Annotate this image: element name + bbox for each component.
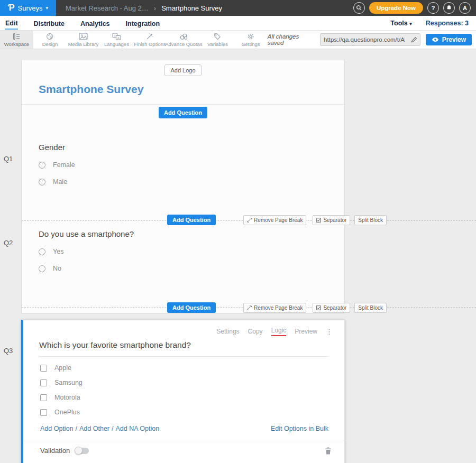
responses-count[interactable]: Responses: 3 bbox=[426, 20, 469, 27]
svg-text:x: x bbox=[114, 33, 116, 36]
kebab-menu-icon[interactable]: ⋮ bbox=[326, 328, 333, 336]
edit-options-in-bulk-link[interactable]: Edit Options in Bulk bbox=[271, 425, 328, 432]
survey-url-input[interactable] bbox=[321, 36, 408, 43]
toolbar-item-finish-options[interactable]: Finish Options bbox=[133, 31, 167, 49]
option-label[interactable]: No bbox=[53, 265, 61, 272]
question-preview-button[interactable]: Preview bbox=[295, 328, 317, 335]
breadcrumb-separator-icon: › bbox=[154, 4, 156, 12]
tools-menu[interactable]: Tools ▾ bbox=[390, 20, 411, 27]
question-settings-button[interactable]: Settings bbox=[216, 328, 239, 335]
preview-button[interactable]: Preview bbox=[426, 34, 472, 45]
tab-edit[interactable]: Edit bbox=[5, 17, 18, 30]
trash-icon bbox=[325, 447, 332, 455]
option-label[interactable]: Motorola bbox=[54, 394, 80, 401]
question-footer: Validation bbox=[23, 440, 344, 455]
section-tabs: Edit Distribute Analytics Integration To… bbox=[0, 16, 476, 30]
eye-icon bbox=[432, 37, 439, 42]
toolbar-item-design[interactable]: Design bbox=[33, 31, 67, 49]
split-block-button[interactable]: Split Block bbox=[354, 303, 387, 313]
question-block-q2: Do you use a smartphone? Yes No bbox=[22, 229, 344, 302]
option-label[interactable]: OnePlus bbox=[54, 409, 80, 416]
save-status: All changes saved bbox=[268, 33, 315, 46]
option-label[interactable]: Samsung bbox=[54, 379, 83, 386]
add-question-button[interactable]: Add Question bbox=[167, 302, 216, 313]
tab-distribute[interactable]: Distribute bbox=[34, 17, 65, 29]
upgrade-now-button[interactable]: Upgrade Now bbox=[369, 2, 423, 14]
answer-option-row: Yes bbox=[39, 248, 344, 255]
media-library-icon bbox=[79, 33, 88, 40]
toggle-knob bbox=[75, 447, 83, 455]
split-block-button[interactable]: Split Block bbox=[354, 215, 387, 225]
workspace-icon bbox=[12, 33, 21, 40]
question-card-q3-selected: Settings Copy Logic Preview ⋮ Which is y… bbox=[21, 320, 345, 463]
survey-editor-canvas: Q1 Q2 Q3 Add Logo Smartphone Survey Add … bbox=[0, 60, 476, 463]
radio-button[interactable] bbox=[39, 248, 45, 255]
checkbox[interactable] bbox=[40, 365, 47, 372]
app-logo[interactable]: Ƥ Surveys ▾ bbox=[0, 0, 56, 16]
chain-links-icon bbox=[179, 33, 188, 40]
account-avatar[interactable]: A bbox=[459, 2, 471, 14]
survey-title[interactable]: Smartphone Survey bbox=[39, 83, 344, 96]
question-text-q3[interactable]: Which is your favorite smartphone brand? bbox=[39, 340, 328, 357]
question-text-q2[interactable]: Do you use a smartphone? bbox=[39, 229, 344, 238]
broken-link-icon bbox=[247, 218, 252, 223]
option-label[interactable]: Yes bbox=[53, 248, 63, 255]
toolbar-item-languages[interactable]: xA Languages bbox=[100, 31, 133, 49]
checked-box-icon bbox=[316, 305, 321, 310]
chevron-down-icon: ▾ bbox=[409, 21, 412, 26]
checkbox[interactable] bbox=[40, 409, 47, 416]
edit-url-button[interactable] bbox=[408, 33, 420, 46]
question-text-q1[interactable]: Gender bbox=[39, 143, 344, 152]
question-logic-button[interactable]: Logic bbox=[271, 327, 287, 336]
survey-header: Add Logo Smartphone Survey bbox=[22, 60, 344, 105]
toolbar-item-advance-quotas[interactable]: Advance Quotas bbox=[167, 31, 201, 49]
question-copy-button[interactable]: Copy bbox=[248, 328, 263, 335]
option-label[interactable]: Female bbox=[53, 161, 75, 169]
toolbar-item-media-library[interactable]: Media Library bbox=[67, 31, 100, 49]
separator-button[interactable]: Separator bbox=[313, 303, 350, 313]
radio-button[interactable] bbox=[39, 162, 45, 169]
answer-option-row: Apple bbox=[40, 364, 344, 372]
gear-icon bbox=[246, 33, 255, 40]
add-other-link[interactable]: Add Other bbox=[79, 425, 109, 432]
add-option-link[interactable]: Add Option bbox=[40, 425, 74, 432]
tab-analytics[interactable]: Analytics bbox=[80, 17, 110, 29]
slash-separator: / bbox=[112, 425, 113, 432]
answer-option-row: No bbox=[39, 265, 344, 272]
search-button[interactable] bbox=[353, 2, 365, 14]
validation-label: Validation bbox=[40, 447, 70, 455]
answer-option-row: Samsung bbox=[40, 379, 344, 386]
checkbox[interactable] bbox=[40, 379, 47, 386]
breadcrumb: Market Research - Aug 2… › Smartphone Su… bbox=[66, 4, 222, 12]
toolbar-item-settings[interactable]: Settings bbox=[234, 31, 268, 49]
topnav-actions: Upgrade Now ? A bbox=[353, 2, 476, 14]
radio-button[interactable] bbox=[39, 179, 45, 186]
languages-icon: xA bbox=[112, 33, 121, 40]
breadcrumb-folder[interactable]: Market Research - Aug 2… bbox=[66, 4, 149, 12]
radio-button[interactable] bbox=[39, 265, 45, 272]
separator-button[interactable]: Separator bbox=[313, 215, 350, 225]
answer-option-row: Motorola bbox=[40, 394, 344, 401]
validation-toggle[interactable] bbox=[75, 448, 89, 454]
tab-integration[interactable]: Integration bbox=[126, 17, 160, 29]
checkbox[interactable] bbox=[40, 394, 47, 401]
avatar-letter: A bbox=[463, 5, 467, 11]
survey-card: Add Logo Smartphone Survey Add Question … bbox=[21, 60, 345, 313]
option-label[interactable]: Apple bbox=[54, 364, 71, 372]
help-button[interactable]: ? bbox=[427, 2, 439, 14]
option-label[interactable]: Male bbox=[53, 178, 67, 186]
svg-text:A: A bbox=[117, 36, 120, 39]
add-question-button[interactable]: Add Question bbox=[159, 107, 207, 118]
add-logo-button[interactable]: Add Logo bbox=[164, 64, 201, 76]
breadcrumb-survey-name[interactable]: Smartphone Survey bbox=[161, 4, 222, 12]
remove-page-break-button[interactable]: Remove Page Break bbox=[243, 303, 306, 313]
toolbar-item-workspace[interactable]: Workspace bbox=[0, 31, 33, 49]
design-palette-icon bbox=[45, 33, 54, 40]
add-question-button[interactable]: Add Question bbox=[167, 215, 216, 225]
delete-question-button[interactable] bbox=[325, 447, 332, 455]
pencil-icon bbox=[411, 36, 417, 43]
notifications-button[interactable] bbox=[443, 2, 455, 14]
remove-page-break-button[interactable]: Remove Page Break bbox=[243, 215, 306, 225]
add-na-option-link[interactable]: Add NA Option bbox=[116, 425, 160, 432]
toolbar-item-variables[interactable]: Variables bbox=[201, 31, 234, 49]
